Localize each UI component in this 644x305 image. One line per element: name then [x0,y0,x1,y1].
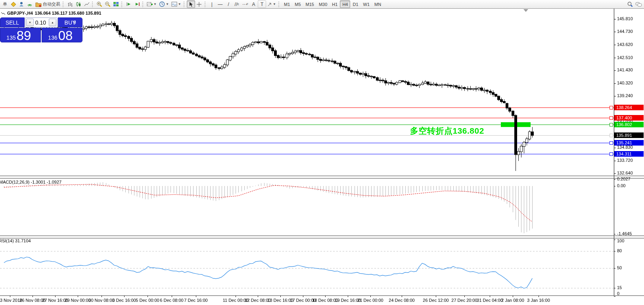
zoom-in-icon[interactable] [95,0,104,8]
timeframe-h4[interactable]: H4 [340,0,350,8]
sell-price-big: 89 [17,30,31,41]
indicators-button[interactable]: ▼ [146,0,158,8]
buy-price-pip: 9 [73,20,76,25]
trendline-tool[interactable]: / [224,0,233,8]
arrows-tool[interactable]: ▼ [266,0,277,8]
timeframe-m1[interactable]: M1 [282,0,292,8]
sell-price-button[interactable]: 135 89 1 [0,28,41,42]
chart-shift-icon[interactable] [133,0,141,8]
buy-price-base: 136 [48,35,57,40]
cursor-button[interactable] [187,0,195,8]
chat-icon[interactable] [634,0,643,8]
dropdown-caret: ▼ [273,2,276,6]
timeframe-mn[interactable]: MN [372,0,383,8]
search-icon[interactable] [626,0,634,8]
macd-indicator-label: MACD(12,26,9) -1.3001 -1.0927 [0,180,61,184]
timeframe-m30[interactable]: M30 [316,0,330,8]
fibonacci-tool[interactable]: ⋯F [241,0,249,8]
autotrading-button[interactable]: 自动交易 [34,0,61,8]
buy-price-big: 08 [58,30,73,41]
dropdown-caret: ▼ [153,2,157,6]
line-chart-icon[interactable] [82,0,91,8]
symbol-period-label: GBPJPY-,H4 [7,11,33,15]
dropdown-caret: ▼ [178,2,181,6]
timeframe-m5[interactable]: M5 [292,0,303,8]
toolbar-gripper [184,2,186,7]
toolbar-gripper [63,2,65,7]
autotrading-label: 自动交易 [43,1,60,7]
dropdown-caret: ▼ [166,2,169,6]
chart-canvas[interactable] [0,0,644,305]
timeframe-w1[interactable]: W1 [361,0,372,8]
metaeditor-icon[interactable] [9,0,17,8]
timeframe-d1[interactable]: D1 [350,0,360,8]
crosshair-button[interactable] [195,0,203,8]
ohlc-values: 136.064 136.117 135.680 135.891 [35,11,102,15]
chart-icon [1,12,5,15]
chart-shift-marker[interactable] [523,9,528,12]
new-order-button[interactable]: 单 [1,0,9,8]
volume-input[interactable]: 0.10 [34,19,48,26]
timeframe-h1[interactable]: H1 [330,0,340,8]
one-click-trade-panel: SELL ▼ 0.10 ▲ BUY 135 89 1 136 08 9 [0,17,82,42]
vertical-line-tool[interactable]: | [208,0,216,8]
templates-button[interactable]: ▼ [170,0,182,8]
signals-icon[interactable] [26,0,34,8]
toolbar-gripper [205,2,207,7]
main-toolbar: 单 自动交易 ▼ ▼ [0,0,644,9]
tile-windows-icon[interactable] [112,0,120,8]
text-label-tool[interactable]: T [258,0,266,8]
buy-price-button[interactable]: 136 08 9 [42,28,82,42]
buy-button[interactable]: BUY [58,17,82,27]
community-icon[interactable] [17,0,26,8]
toolbar-gripper [278,2,280,7]
periods-button[interactable]: ▼ [158,0,170,8]
chart-annotation-text[interactable]: 多空转折点136.802 [410,125,484,136]
symbol-info: GBPJPY-,H4 136.064 136.117 135.680 135.8… [1,11,101,15]
text-tool[interactable]: A [249,0,258,8]
zoom-out-icon[interactable] [104,0,112,8]
sell-price-pip: 1 [31,20,34,25]
toolbar-gripper [121,2,123,7]
bar-chart-icon[interactable] [66,0,74,8]
timeframe-m15[interactable]: M15 [303,0,316,8]
toolbar-gripper [142,2,144,7]
sell-button[interactable]: SELL [0,17,25,27]
horizontal-line-tool[interactable]: — [216,0,224,8]
volume-box: ▼ 0.10 ▲ [25,17,58,27]
toolbar-gripper [92,2,94,7]
sell-price-base: 135 [6,35,15,40]
auto-scroll-icon[interactable] [125,0,133,8]
rsi-indicator-label: RSI(14) 31.7104 [0,238,31,243]
volume-increase-button[interactable]: ▲ [49,19,56,26]
candlestick-chart-icon[interactable] [74,0,82,8]
equidistant-channel-tool[interactable]: //E [233,0,241,8]
